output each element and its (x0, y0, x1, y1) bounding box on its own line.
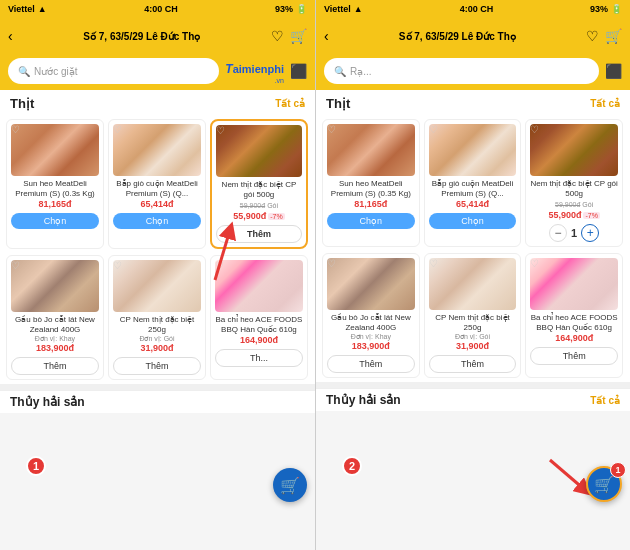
add-btn-r4[interactable]: Thêm (327, 355, 415, 373)
product-name-p1: Sun heo MeatDeli Premium (S) (0.3s Kg) (11, 179, 99, 199)
bottom-see-all-right[interactable]: Tất cả (590, 395, 620, 406)
product-name-r6: Ba chỉ heo ACE FOODS BBQ Hàn Quốc 610g (530, 313, 618, 333)
product-img-r2 (429, 124, 517, 176)
heart-icon-p4[interactable]: ♡ (11, 260, 20, 271)
price-row-p3: 59,900đ Gói (240, 202, 278, 209)
add-btn-p4[interactable]: Thêm (11, 357, 99, 375)
add-btn-r1[interactable]: Chọn (327, 213, 415, 229)
add-btn-p1[interactable]: Chọn (11, 213, 99, 229)
see-all-left[interactable]: Tất cả (275, 98, 305, 109)
product-price-r2: 65,414đ (456, 199, 489, 209)
wifi-icon-r: ▲ (354, 4, 363, 14)
status-right: 93% 🔋 (275, 4, 307, 14)
price-original-p3: 59,900đ (240, 202, 265, 209)
heart-icon-r1[interactable]: ♡ (327, 124, 336, 135)
product-card-r1: ♡ Sun heo MeatDeli Premium (S) (0.35 Kg)… (322, 119, 420, 247)
scan-icon-right[interactable]: ⬛ (605, 63, 622, 79)
product-img-r4 (327, 258, 415, 310)
bottom-section-left: Thủy hải sản (0, 390, 315, 413)
qty-plus-r3[interactable]: + (581, 224, 599, 242)
heart-icon-r3[interactable]: ♡ (530, 124, 539, 135)
nav-bar-right: ‹ Số 7, 63/5/29 Lê Đức Thọ ♡ 🛒 (316, 18, 630, 54)
heart-icon-p6[interactable]: ♡ (215, 260, 224, 271)
price-discount-p3: -7% (268, 213, 284, 220)
cart-icon-right: 🛒 (594, 475, 614, 494)
annotation-num-1: 1 (26, 456, 46, 476)
back-button-right[interactable]: ‹ (324, 28, 329, 44)
add-btn-r2[interactable]: Chọn (429, 213, 517, 229)
heart-nav-icon-left[interactable]: ♡ (271, 28, 284, 44)
category-header-right: Thịt Tất cả (316, 90, 630, 115)
status-left: Viettel ▲ (8, 4, 47, 14)
cart-nav-icon-left[interactable]: 🛒 (290, 28, 307, 44)
back-button-left[interactable]: ‹ (8, 28, 13, 44)
cart-float-left[interactable]: 🛒 (273, 468, 307, 502)
heart-icon-r5[interactable]: ♡ (429, 258, 438, 269)
product-img-r3 (530, 124, 618, 176)
bottom-section-right: Thủy hải sản Tất cả (316, 388, 630, 411)
screen-right: Viettel ▲ 4:00 CH 93% 🔋 ‹ Số 7, 63/5/29 … (315, 0, 630, 550)
heart-icon-p2[interactable]: ♡ (113, 124, 122, 135)
battery-text: 93% (275, 4, 293, 14)
unit-p5: Đơn vị: Gói (139, 335, 174, 343)
annotation-circle-1: 1 (26, 456, 46, 476)
product-name-r3: Nem thịt đặc biệt CP gói 500g (530, 179, 618, 199)
search-placeholder-left: Nước giặt (34, 66, 78, 77)
product-card-4: ♡ Gầu bò Jo cắt lát New Zealand 400G Đơn… (6, 255, 104, 380)
product-card-r2: ♡ Bắp giò cuộn MeatDeli Premium (S) (Q..… (424, 119, 522, 247)
heart-icon-r4[interactable]: ♡ (327, 258, 336, 269)
product-name-p6: Ba chỉ heo ACE FOODS BBQ Hàn Quốc 610g (215, 315, 303, 335)
product-price-r6: 164,900đ (555, 333, 593, 343)
product-card-3-highlighted: ♡ Nem thịt đặc biệt CP gói 500g 59,900đ … (210, 119, 308, 249)
category-title-left: Thịt (10, 96, 34, 111)
product-img-r5 (429, 258, 517, 310)
search-input-right[interactable]: 🔍 Rạ... (324, 58, 599, 84)
cart-nav-icon-right[interactable]: 🛒 (605, 28, 622, 44)
scan-icon-left[interactable]: ⬛ (290, 63, 307, 79)
heart-icon-p1[interactable]: ♡ (11, 124, 20, 135)
product-card-r5: ♡ CP Nem thịt đặc biệt 250g Đơn vị: Gói … (424, 253, 522, 378)
bottom-header-right: Thủy hải sản Tất cả (326, 393, 620, 407)
add-btn-r5[interactable]: Thêm (429, 355, 517, 373)
nav-icons-left: ♡ 🛒 (271, 28, 307, 44)
price-row2-p3: 55,900đ -7% (233, 211, 284, 221)
address-text-left: Số 7, 63/5/29 Lê Đức Thọ (19, 31, 265, 42)
qty-control-r3: − 1 + (549, 224, 599, 242)
product-name-r1: Sun heo MeatDeli Premium (S) (0.35 Kg) (327, 179, 415, 199)
price-tag-p3: Gói (267, 202, 278, 209)
price-discount-r3: -7% (583, 212, 599, 219)
price-main-p3: 55,900đ (233, 211, 266, 221)
add-btn-r6[interactable]: Thêm (530, 347, 618, 365)
product-img-p4 (11, 260, 99, 312)
heart-icon-r2[interactable]: ♡ (429, 124, 438, 135)
product-name-p4: Gầu bò Jo cắt lát New Zealand 400G (11, 315, 99, 335)
see-all-right[interactable]: Tất cả (590, 98, 620, 109)
product-img-p2 (113, 124, 201, 176)
add-btn-p2[interactable]: Chọn (113, 213, 201, 229)
heart-icon-p5[interactable]: ♡ (113, 260, 122, 271)
add-btn-p3[interactable]: Thêm (216, 225, 302, 243)
product-img-p5 (113, 260, 201, 312)
price-row2-r3: 55,900đ -7% (548, 210, 599, 220)
carrier-text-r: Viettel (324, 4, 351, 14)
product-grid-left-row2: ♡ Gầu bò Jo cắt lát New Zealand 400G Đơn… (0, 253, 315, 384)
status-bar-left: Viettel ▲ 4:00 CH 93% 🔋 (0, 0, 315, 18)
product-price-p5: 31,900đ (140, 343, 173, 353)
heart-icon-r6[interactable]: ♡ (530, 258, 539, 269)
cart-float-right[interactable]: 🛒 1 (586, 466, 622, 502)
heart-icon-p3[interactable]: ♡ (216, 125, 225, 136)
price-tag-r3: Gói (582, 201, 593, 208)
product-card-r4: ♡ Gầu bò Jo cắt lát New Zealand 400G Đơn… (322, 253, 420, 378)
product-card-r6: ♡ Ba chỉ heo ACE FOODS BBQ Hàn Quốc 610g… (525, 253, 623, 378)
search-input-left[interactable]: 🔍 Nước giặt (8, 58, 219, 84)
unit-p4: Đơn vị: Khay (35, 335, 75, 343)
price-row-r3: 59,900đ Gói (555, 201, 593, 208)
qty-minus-r3[interactable]: − (549, 224, 567, 242)
heart-nav-icon-right[interactable]: ♡ (586, 28, 599, 44)
category-header-left: Thịt Tất cả (0, 90, 315, 115)
time-display: 4:00 CH (144, 4, 178, 14)
add-btn-p5[interactable]: Thêm (113, 357, 201, 375)
add-btn-p6[interactable]: Th... (215, 349, 303, 367)
product-price-p1: 81,165đ (38, 199, 71, 209)
product-name-r5: CP Nem thịt đặc biệt 250g (429, 313, 517, 333)
